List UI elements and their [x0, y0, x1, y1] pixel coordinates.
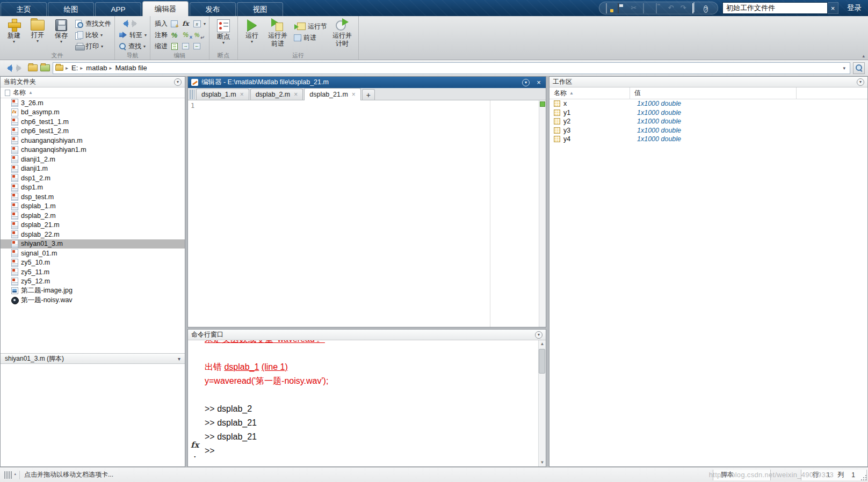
file-row[interactable]: 第一题-noisy.wav [1, 296, 185, 305]
uncomment-icon[interactable]: % [181, 31, 190, 39]
editor-tab[interactable]: dsplab_2.m × [250, 89, 303, 100]
error-file-link[interactable]: dsplab_1 [224, 362, 259, 371]
addr-back-icon[interactable] [3, 64, 13, 72]
ribbon-collapse-icon[interactable]: ▴ [862, 53, 865, 59]
breadcrumb-item[interactable]: matlab [80, 64, 107, 72]
run-button[interactable]: 运行 ▾ [240, 17, 264, 44]
back-arrow-icon[interactable] [119, 20, 129, 27]
command-window-menu-icon[interactable]: ▾ [535, 331, 542, 339]
scroll-up-icon[interactable]: ▲ [540, 340, 545, 348]
ribbon-tab[interactable]: 发布 [190, 2, 236, 16]
workspace-menu-icon[interactable]: ▾ [857, 78, 864, 86]
current-folder-menu-icon[interactable]: ▾ [174, 78, 182, 86]
workspace-variable-row[interactable]: y1 1x1000 double [549, 108, 867, 118]
new-button[interactable]: 新建 ▾ [2, 17, 26, 44]
editor-body[interactable]: 1 [188, 100, 546, 327]
run-section-button[interactable]: 运行节 [294, 21, 327, 31]
code-analyzer-indicator[interactable] [540, 101, 545, 107]
wrap-comment-icon[interactable]: % [192, 31, 201, 39]
indent-left-icon[interactable] [192, 42, 201, 50]
file-row[interactable]: dsp1_2.m [1, 173, 185, 183]
file-row[interactable]: zy5_10.m [1, 258, 185, 268]
copy-icon[interactable] [642, 4, 650, 12]
advance-button[interactable]: 前进 [294, 33, 327, 42]
run-advance-button[interactable]: 运行并 前进 [264, 17, 292, 47]
save-button[interactable]: 保存 ▾ [49, 17, 73, 44]
editor-tab[interactable]: dsplab_21.m × [304, 88, 361, 100]
file-details-bar[interactable]: shiyan01_3.m (脚本) ▾ [1, 353, 185, 364]
goto-button[interactable]: 转至 ▾ [119, 30, 147, 40]
editor-tab-close-icon[interactable]: × [240, 91, 244, 98]
ribbon-tab[interactable]: 编辑器 [142, 1, 189, 16]
ws-name-column-header[interactable]: 名称 ▲ [549, 87, 630, 99]
find-button[interactable]: 查找 ▾ [119, 41, 147, 51]
file-row[interactable]: chuanganqishiyan1.m [1, 145, 185, 155]
file-row[interactable]: shiyan01_3.m [1, 239, 185, 249]
resize-grip-icon[interactable] [860, 474, 867, 481]
editor-tab[interactable]: dsplab_1.m × [196, 89, 249, 100]
editor-titlebar[interactable]: 编辑器 - E:\matlab\Matlab file\dsplab_21.m … [188, 77, 546, 88]
breadcrumb[interactable]: E:matlabMatlab file ▾ [53, 62, 850, 74]
redo-icon[interactable]: ↷ [679, 4, 688, 12]
file-row[interactable]: dsplab_22.m [1, 230, 185, 239]
smart-indent-icon[interactable] [170, 42, 179, 50]
forward-arrow-icon[interactable] [131, 20, 141, 27]
ribbon-tab[interactable]: 主页 [1, 2, 47, 16]
ws-value-column-header[interactable]: 值 [630, 87, 797, 99]
file-row[interactable]: dsp_test.m [1, 192, 185, 202]
browse-folder-icon[interactable] [40, 64, 50, 71]
doc-search-input[interactable] [722, 2, 828, 14]
paste-icon[interactable] [654, 4, 663, 12]
file-row[interactable]: dsplab_2.m [1, 211, 185, 221]
file-row[interactable]: chuanganqishiyan.m [1, 136, 185, 145]
workspace-variable-row[interactable]: y2 1x1000 double [549, 117, 867, 126]
print-button[interactable]: 打印 ▾ [75, 41, 111, 51]
file-row[interactable]: dsplab_21.m [1, 221, 185, 230]
addr-forward-icon[interactable] [16, 64, 25, 72]
editor-scrollbar[interactable] [539, 100, 546, 327]
editor-tab-close-icon[interactable]: × [294, 91, 298, 98]
insert-figure-icon[interactable]: fi [192, 19, 201, 28]
scroll-down-icon[interactable]: ▼ [540, 459, 545, 466]
new-script-icon[interactable] [605, 4, 613, 12]
run-time-button[interactable]: 运行并 计时 [328, 17, 356, 47]
workspace-variable-row[interactable]: y4 1x1000 double [549, 135, 867, 144]
name-column-header[interactable]: 名称 ▲ [1, 87, 185, 98]
ribbon-tab[interactable]: APP [95, 2, 141, 16]
file-row[interactable]: signal_01.m [1, 249, 185, 258]
command-scroll-thumb[interactable] [539, 349, 545, 374]
file-row[interactable]: zy5_12.m [1, 277, 185, 287]
open-button[interactable]: 打开 ▾ [26, 17, 49, 43]
file-row[interactable]: dianji1_2.m [1, 155, 185, 164]
find-files-button[interactable]: 查找文件 [75, 19, 111, 28]
comment-icon[interactable]: % [170, 31, 179, 39]
editor-close-icon[interactable]: × [535, 78, 542, 86]
window-layout-icon[interactable] [691, 4, 700, 12]
file-row[interactable]: 3_26.m [1, 98, 185, 108]
folder-up-icon[interactable] [28, 64, 38, 71]
cut-icon[interactable]: ✂ [630, 4, 638, 12]
login-button[interactable]: 登录 [844, 3, 865, 13]
breakpoints-button[interactable]: 断点 ▾ [212, 17, 235, 45]
file-row[interactable]: bd_asymp.m [1, 108, 185, 118]
file-row[interactable]: 第二题-image.jpg [1, 286, 185, 296]
file-row[interactable]: dsplab_1.m [1, 202, 185, 211]
addr-search-button[interactable] [853, 62, 865, 74]
compare-button[interactable]: 比较 ▾ [75, 30, 111, 40]
save-icon[interactable] [617, 4, 626, 12]
error-line-link[interactable]: (line 1) [262, 362, 288, 371]
command-window-body[interactable]: 未定义函数或变量 'waveread'。 出错 dsplab_1 (line 1… [188, 340, 546, 466]
insert-section-icon[interactable] [170, 19, 179, 28]
help-icon[interactable]: ? [704, 4, 712, 12]
new-tab-button[interactable]: + [362, 89, 375, 100]
breadcrumb-item[interactable]: E: [66, 64, 78, 72]
tab-drag-grip[interactable] [190, 90, 194, 99]
undo-icon[interactable]: ↶ [667, 4, 675, 12]
fx-icon[interactable]: fx [191, 438, 199, 464]
file-row[interactable]: zy5_11.m [1, 267, 185, 277]
indent-right-icon[interactable] [181, 42, 190, 50]
ribbon-tab[interactable]: 绘图 [48, 2, 94, 16]
statusbar-drag-grip-icon[interactable] [4, 471, 12, 479]
insert-function-icon[interactable]: fx [181, 19, 190, 28]
file-row[interactable]: dianji1.m [1, 164, 185, 174]
